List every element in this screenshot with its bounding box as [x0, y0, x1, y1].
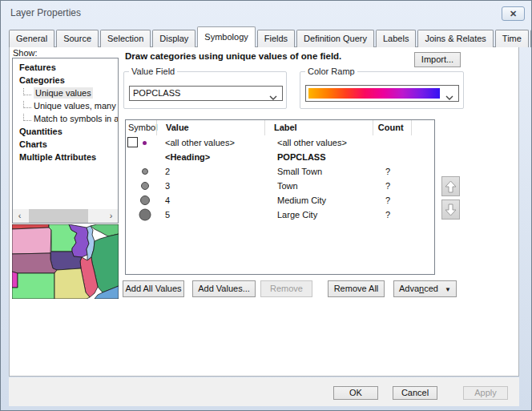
state-shape-ne [12, 253, 57, 273]
table-row-medium-city[interactable]: 4 Medium City ? [126, 193, 434, 208]
close-icon: ✕ [510, 9, 517, 18]
color-ramp-combobox[interactable] [305, 85, 459, 102]
show-item-quantities[interactable]: Quantities [13, 125, 118, 138]
titlebar[interactable]: Layer Properties ✕ [1, 1, 531, 26]
symbol-list-header: Symbol Value Label Count [126, 120, 434, 135]
remove-button[interactable]: Remove [260, 280, 312, 297]
tree-horizontal-scrollbar[interactable]: ‹ › [13, 209, 118, 223]
chevron-down-icon [269, 91, 277, 105]
table-row-heading[interactable]: <Heading> POPCLASS [126, 150, 434, 164]
tab-display[interactable]: Display [152, 30, 195, 47]
scroll-left-icon[interactable]: ‹ [13, 209, 26, 223]
show-item-match-to-symbols[interactable]: Match to symbols in a [13, 112, 118, 125]
table-row-town[interactable]: 3 Town ? [126, 179, 434, 193]
map-preview [12, 224, 119, 299]
move-down-button[interactable] [441, 199, 460, 220]
window-title: Layer Properties [10, 1, 81, 25]
all-other-values-symbol-dot [143, 141, 147, 145]
tab-selection[interactable]: Selection [100, 30, 151, 47]
state-shape-mi [91, 224, 119, 236]
layer-properties-dialog: Layer Properties ✕ GeneralSourceSelectio… [0, 0, 532, 411]
graduated-circle-symbol [139, 194, 151, 207]
tab-fields[interactable]: Fields [257, 30, 295, 47]
advanced-button[interactable]: Advanced ▼ [393, 280, 457, 297]
column-header-count[interactable]: Count [373, 120, 411, 135]
down-arrow-icon [444, 203, 457, 217]
tab-strip: GeneralSourceSelectionDisplaySymbologyFi… [9, 26, 532, 47]
column-header-value[interactable]: Value [156, 120, 264, 135]
state-shape-co [12, 272, 18, 288]
tab-time[interactable]: Time [495, 30, 529, 47]
chevron-down-icon [445, 91, 453, 105]
symbology-page: Show: Features Categories Unique values … [9, 46, 519, 377]
color-ramp-group: Color Ramp [300, 71, 464, 109]
graduated-circle-symbol [139, 208, 151, 221]
column-header-symbol[interactable]: Symbol [126, 120, 156, 135]
ok-button[interactable]: OK [333, 386, 378, 400]
tab-source[interactable]: Source [56, 30, 99, 47]
graduated-circle-symbol [139, 165, 151, 178]
tree-connector [23, 114, 31, 121]
show-tree: Features Categories Unique values Unique… [12, 58, 119, 224]
show-item-unique-values[interactable]: Unique values [13, 87, 118, 99]
dropdown-arrow-icon: ▼ [445, 286, 451, 293]
value-field-label: Value Field [129, 66, 177, 76]
up-arrow-icon [444, 179, 457, 194]
state-shape-ks [12, 273, 54, 299]
show-item-categories[interactable]: Categories [13, 74, 118, 87]
color-ramp-swatch [308, 88, 440, 99]
column-header-extra [411, 120, 434, 135]
move-up-button[interactable] [441, 176, 460, 196]
column-header-label[interactable]: Label [264, 120, 373, 135]
remove-all-button[interactable]: Remove All [328, 280, 385, 297]
symbol-list: Symbol Value Label Count <all other valu… [125, 119, 435, 275]
scroll-right-icon[interactable]: › [104, 209, 118, 223]
tab-general[interactable]: General [9, 30, 54, 47]
show-item-charts[interactable]: Charts [13, 138, 118, 151]
graduated-circle-symbol [139, 179, 151, 192]
all-other-values-checkbox[interactable] [127, 137, 138, 147]
cancel-button[interactable]: Cancel [393, 386, 437, 400]
show-item-features[interactable]: Features [13, 61, 118, 74]
value-field-value: POPCLASS [133, 88, 180, 98]
value-field-combobox[interactable]: POPCLASS [129, 86, 283, 101]
table-row-large-city[interactable]: 5 Large City ? [126, 208, 434, 222]
add-all-values-button[interactable]: Add All Values [123, 280, 184, 297]
bottom-bar: OK Cancel Apply [9, 377, 519, 406]
close-button[interactable]: ✕ [502, 6, 525, 21]
tree-connector [23, 88, 31, 95]
state-shape-sd [12, 228, 51, 254]
apply-button[interactable]: Apply [463, 386, 508, 400]
value-field-group: Value Field POPCLASS [123, 71, 287, 109]
tree-connector [23, 101, 31, 108]
tab-symbology[interactable]: Symbology [197, 26, 255, 47]
tab-joins-relates[interactable]: Joins & Relates [417, 30, 493, 47]
show-label: Show: [13, 48, 38, 58]
add-values-button[interactable]: Add Values... [192, 280, 256, 297]
table-row-all-other-values[interactable]: <all other values> <all other values> [126, 135, 434, 150]
tab-labels[interactable]: Labels [376, 30, 416, 47]
color-ramp-label: Color Ramp [305, 66, 357, 76]
scrollbar-thumb[interactable] [29, 209, 88, 223]
page-description: Draw categories using unique values of o… [125, 51, 413, 61]
show-item-unique-values-many[interactable]: Unique values, many [13, 99, 118, 112]
show-item-multiple-attributes[interactable]: Multiple Attributes [13, 151, 118, 163]
import-button[interactable]: Import... [414, 52, 461, 67]
map-preview-svg [12, 224, 119, 299]
tab-definition-query[interactable]: Definition Query [296, 30, 374, 47]
table-row-small-town[interactable]: 2 Small Town ? [126, 164, 434, 179]
